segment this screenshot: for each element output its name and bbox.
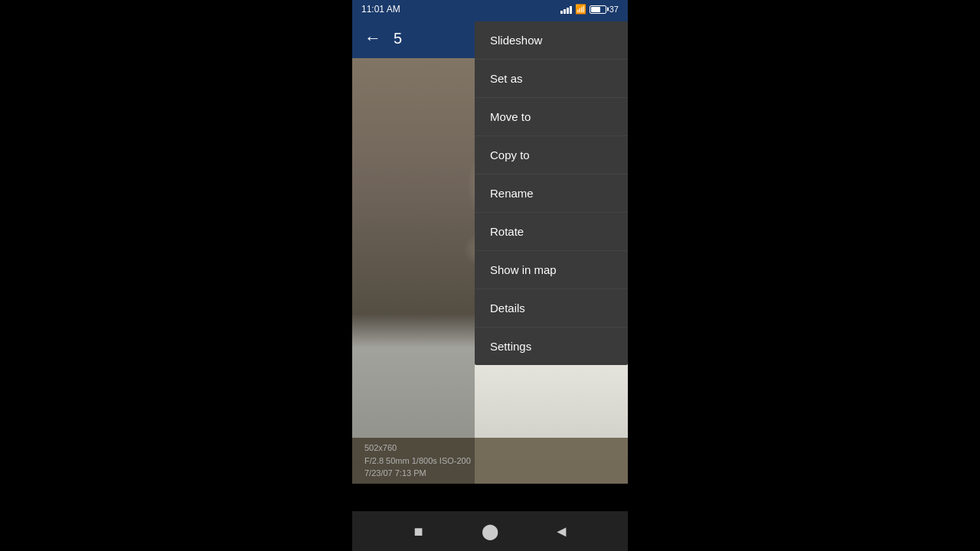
battery-percent: 37: [609, 5, 619, 14]
signal-bars-icon: [560, 5, 572, 14]
status-icons: 📶 37: [560, 4, 619, 15]
status-bar: 11:01 AM 📶 37: [352, 0, 628, 18]
menu-dim-overlay[interactable]: [352, 58, 475, 484]
menu-item-slideshow[interactable]: Slideshow: [475, 21, 628, 60]
wifi-icon: 📶: [575, 4, 586, 15]
menu-item-settings[interactable]: Settings: [475, 328, 628, 365]
menu-item-details[interactable]: Details: [475, 289, 628, 328]
context-menu: SlideshowSet asMove toCopy toRenameRotat…: [475, 21, 628, 365]
menu-item-rotate[interactable]: Rotate: [475, 213, 628, 251]
battery-icon: [590, 5, 606, 14]
back-button[interactable]: ←: [364, 28, 381, 48]
nav-back-button[interactable]: ◄: [549, 519, 573, 543]
navigation-bar: ■ ⬤ ◄: [352, 511, 628, 551]
status-time: 11:01 AM: [361, 4, 400, 15]
phone-screen: 11:01 AM 📶 37 ← 5 502x76: [352, 0, 628, 551]
menu-item-rename[interactable]: Rename: [475, 174, 628, 213]
menu-item-set-as[interactable]: Set as: [475, 60, 628, 98]
menu-item-move-to[interactable]: Move to: [475, 98, 628, 136]
nav-home-button[interactable]: ⬤: [478, 519, 502, 543]
nav-stop-button[interactable]: ■: [407, 519, 431, 543]
menu-item-show-in-map[interactable]: Show in map: [475, 251, 628, 289]
menu-item-copy-to[interactable]: Copy to: [475, 136, 628, 174]
photo-count: 5: [394, 30, 402, 47]
